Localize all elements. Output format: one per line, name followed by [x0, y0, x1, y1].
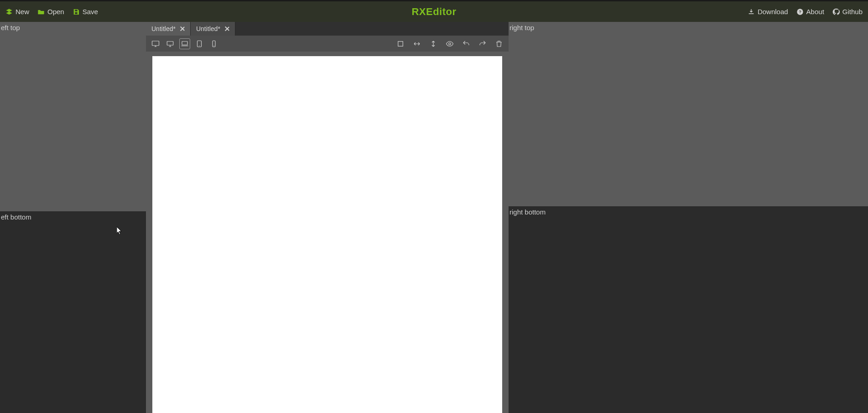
editor-toolbar [146, 36, 509, 52]
device-tablet-button[interactable] [194, 39, 204, 49]
close-icon[interactable] [225, 26, 229, 31]
svg-point-8 [213, 45, 214, 46]
download-button[interactable]: Download [748, 8, 788, 16]
app-title: RXEditor [411, 6, 456, 18]
save-label: Save [83, 8, 98, 16]
desktop-large-icon [151, 40, 160, 48]
device-phone-button[interactable] [209, 39, 219, 49]
tab-2-label: Untitled* [196, 25, 220, 32]
left-top-label: eft top [1, 24, 20, 31]
about-button[interactable]: ? About [796, 8, 824, 16]
close-icon[interactable] [180, 26, 185, 31]
save-button[interactable]: Save [73, 8, 98, 16]
folder-open-icon [37, 8, 45, 16]
right-top-label: right top [509, 24, 534, 31]
undo-button[interactable] [461, 39, 471, 49]
outline-icon [396, 40, 405, 48]
preview-button[interactable] [445, 39, 455, 49]
laptop-icon [181, 40, 189, 48]
outline-button[interactable] [395, 39, 405, 49]
canvas-viewport[interactable] [146, 52, 509, 413]
open-label: Open [47, 8, 64, 16]
svg-point-6 [199, 45, 200, 46]
svg-rect-2 [152, 41, 159, 46]
redo-icon [478, 40, 487, 48]
redo-button[interactable] [478, 39, 488, 49]
tab-1-label: Untitled* [151, 25, 176, 32]
right-top-panel[interactable]: right top [509, 22, 868, 206]
svg-text:?: ? [799, 10, 801, 14]
open-button[interactable]: Open [37, 8, 64, 16]
top-menu-left: New Open Save [5, 8, 98, 16]
svg-rect-9 [398, 41, 403, 46]
left-column: eft top eft bottom [0, 22, 146, 413]
new-button[interactable]: New [5, 8, 29, 16]
github-icon [832, 8, 840, 16]
right-column: right top right bottom [509, 22, 868, 413]
github-button[interactable]: Github [832, 8, 863, 16]
layers-icon [5, 8, 13, 16]
new-label: New [16, 8, 29, 16]
action-group [395, 39, 504, 49]
flip-vertical-button[interactable] [428, 39, 438, 49]
device-group [151, 39, 219, 49]
editor-column: Untitled* Untitled* [146, 22, 509, 413]
svg-point-10 [449, 42, 451, 45]
svg-rect-4 [182, 41, 187, 45]
arrows-vertical-icon [429, 40, 437, 48]
tab-1[interactable]: Untitled* [146, 22, 191, 36]
tab-2[interactable]: Untitled* [191, 22, 235, 36]
flip-horizontal-button[interactable] [412, 39, 422, 49]
about-label: About [806, 8, 824, 16]
desktop-icon [166, 40, 174, 48]
top-menu-right: Download ? About Github [748, 8, 863, 16]
save-icon [73, 8, 80, 16]
trash-icon [495, 40, 503, 48]
question-circle-icon: ? [796, 8, 804, 16]
device-laptop-button[interactable] [180, 39, 190, 49]
right-bottom-label: right bottom [509, 208, 546, 216]
left-bottom-panel[interactable]: eft bottom [0, 211, 146, 413]
github-label: Github [842, 8, 863, 16]
download-icon [748, 8, 755, 16]
tablet-icon [195, 40, 203, 48]
device-desktop-button[interactable] [165, 39, 175, 49]
top-bar: New Open Save RXEditor Download ? About … [0, 0, 868, 22]
right-bottom-panel[interactable]: right bottom [509, 206, 868, 413]
tab-bar: Untitled* Untitled* [146, 22, 509, 36]
device-desktop-large-button[interactable] [151, 39, 161, 49]
svg-rect-3 [167, 41, 173, 45]
phone-icon [210, 40, 218, 48]
arrows-horizontal-icon [413, 40, 421, 48]
eye-icon [446, 40, 454, 48]
left-bottom-label: eft bottom [1, 213, 31, 221]
workspace: eft top eft bottom Untitled* Untitled* [0, 22, 868, 413]
canvas[interactable] [152, 56, 502, 413]
left-top-panel[interactable]: eft top [0, 22, 146, 211]
download-label: Download [758, 8, 788, 16]
delete-button[interactable] [494, 39, 504, 49]
undo-icon [462, 40, 470, 48]
